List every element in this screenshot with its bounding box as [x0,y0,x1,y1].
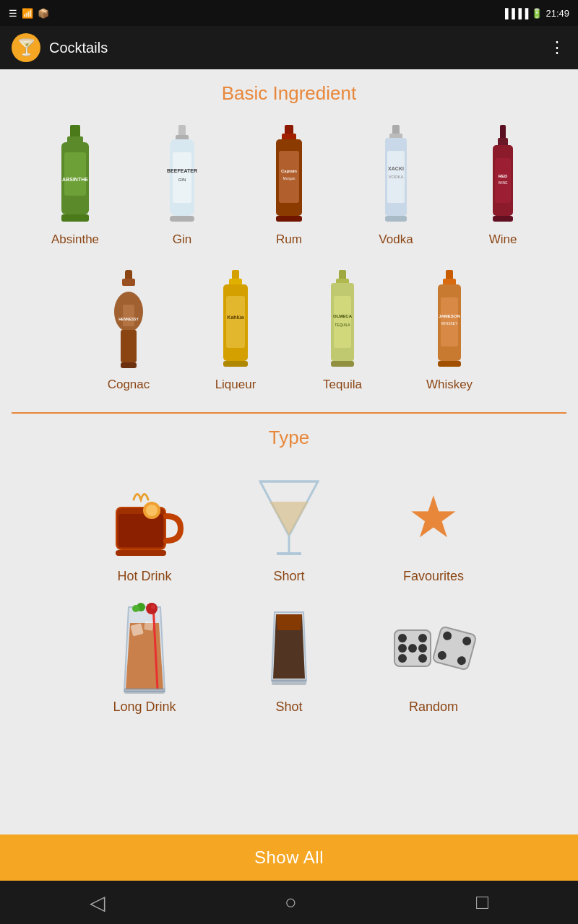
type-random[interactable]: Random [361,594,506,725]
ingredient-wine[interactable]: RED WINE Wine [449,112,556,257]
dot-empty [408,634,417,642]
nav-bar: ◁ ○ □ [0,881,578,924]
type-header: Type [0,414,578,456]
battery-icon: 🔋 [531,8,543,19]
dot-empty [447,653,457,663]
back-button[interactable]: ◁ [90,891,105,915]
dot-empty [452,633,462,644]
svg-text:WHISKEY: WHISKEY [441,321,458,326]
status-bar-right: ▐▐▐▐ 🔋 21:49 [502,8,569,19]
svg-text:Kahlúa: Kahlúa [227,315,243,320]
svg-rect-66 [116,550,166,556]
short-label: Short [273,569,304,584]
overflow-menu-button[interactable]: ⋮ [549,38,566,57]
svg-rect-20 [392,125,400,135]
ingredient-vodka[interactable]: XACKI VODKA Vodka [342,112,449,257]
cognac-label: Cognac [108,378,150,392]
dot [418,654,427,663]
svg-rect-35 [122,279,135,286]
type-shot[interactable]: Shot [217,594,361,725]
recent-apps-button[interactable]: □ [476,891,488,914]
dot-empty [459,645,470,656]
dot [418,634,427,642]
vodka-bottle-container: XACKI VODKA [360,118,432,230]
type-favourites[interactable]: ★ Favourites [361,463,506,594]
random-label: Random [409,699,458,715]
wine-bottle-container: RED WINE [467,118,539,230]
short-image-container [242,471,336,565]
svg-rect-0 [70,125,80,138]
ingredient-whiskey[interactable]: JAMESON WHISKEY Whiskey [396,257,503,402]
vodka-label: Vodka [379,232,413,247]
ingredient-rum[interactable]: Captain Morgan Rum [236,112,342,257]
wine-label: Wine [489,232,517,247]
svg-rect-47 [339,270,346,280]
die-2 [431,625,478,671]
status-bar-left: ☰ 📶 📦 [9,8,49,19]
svg-text:TEQUILA: TEQUILA [335,323,350,327]
favourites-image-container: ★ [387,471,480,565]
ingredient-absinthe[interactable]: ABSINTHE Absinthe [22,112,129,257]
svg-text:Morgan: Morgan [283,176,296,180]
svg-text:ABSINTHE: ABSINTHE [62,177,88,182]
star-icon: ★ [407,489,460,546]
svg-marker-68 [269,502,309,536]
long-drink-image-container [98,601,191,695]
random-image-container [387,601,480,695]
svg-point-80 [132,605,139,612]
hot-drink-image [101,474,188,561]
liqueur-label: Liqueur [215,378,256,392]
app-bar-left: 🍸 Cocktails [12,33,108,62]
dot [457,655,467,666]
die-1 [394,629,431,667]
svg-rect-26 [385,216,407,222]
type-long-drink[interactable]: Long Drink [72,594,217,725]
svg-rect-50 [334,296,351,348]
svg-rect-75 [144,621,154,631]
whiskey-bottle-container: JAMESON WHISKEY [413,263,486,375]
ingredient-gin[interactable]: BEEFEATER GIN Gin [129,112,236,257]
hot-drink-image-container [98,471,191,565]
svg-point-78 [151,605,155,609]
ingredient-liqueur[interactable]: Kahlúa Liqueur [182,257,289,402]
type-grid: Hot Drink Short [0,456,578,732]
svg-rect-37 [121,330,137,362]
data-icon: 📦 [38,8,49,19]
notification-icon: ☰ [9,8,17,19]
svg-rect-53 [331,361,354,367]
dice-icon [394,629,473,667]
whiskey-bottle-image: JAMESON WHISKEY [424,269,475,370]
app-title: Cocktails [49,40,108,56]
type-hot-drink[interactable]: Hot Drink [72,463,217,594]
svg-rect-27 [500,125,506,139]
ingredient-cognac[interactable]: HENNESSY Cognac [75,257,182,402]
hot-drink-label: Hot Drink [117,569,171,584]
dot-empty [439,640,450,651]
tequila-bottle-image: OLMECA TEQUILA [317,269,368,370]
app-icon: 🍸 [12,33,40,62]
sim-icon: 📶 [22,8,33,19]
svg-rect-33 [493,216,513,222]
rum-bottle-container: Captain Morgan [253,118,325,230]
svg-text:OLMECA: OLMECA [333,314,353,318]
home-button[interactable]: ○ [285,891,297,914]
favourites-label: Favourites [403,569,464,584]
dot [442,631,453,642]
dot [437,650,448,661]
svg-text:GIN: GIN [178,178,186,182]
svg-text:JAMESON: JAMESON [439,314,460,318]
svg-rect-85 [272,679,306,685]
type-short[interactable]: Short [217,463,361,594]
show-all-button[interactable]: Show All [0,834,578,881]
absinthe-bottle-container: ABSINTHE [39,118,111,230]
dot-empty [449,643,460,654]
absinthe-label: Absinthe [51,232,99,247]
svg-rect-60 [438,361,461,367]
svg-rect-3 [64,152,86,196]
cognac-bottle-container: HENNESSY [92,263,165,375]
svg-text:XACKI: XACKI [388,166,404,171]
ingredient-tequila[interactable]: OLMECA TEQUILA Tequila [289,257,396,402]
basic-ingredient-header: Basic Ingredient [0,69,578,112]
tequila-bottle-container: OLMECA TEQUILA [306,263,379,375]
dot [462,636,473,647]
